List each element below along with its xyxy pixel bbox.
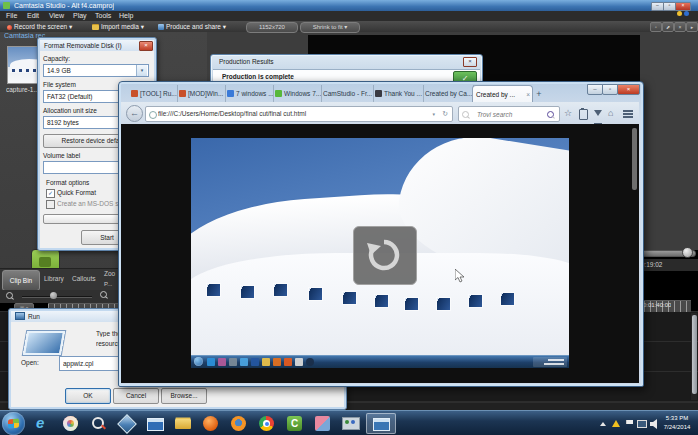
back-button[interactable]: ← bbox=[126, 105, 143, 122]
run-browse-button[interactable]: Browse... bbox=[161, 388, 207, 404]
firefox-tab-7[interactable]: Created by Ca... bbox=[422, 85, 474, 102]
building-window bbox=[437, 298, 450, 310]
bookmarks-icon[interactable] bbox=[579, 109, 588, 120]
preview-detach-button[interactable]: ▫ bbox=[650, 22, 662, 32]
zoom-out-icon[interactable] bbox=[6, 292, 13, 299]
content-scrollbar-thumb[interactable] bbox=[632, 128, 637, 190]
firefox-tab-6[interactable]: Thank You ... bbox=[372, 85, 424, 102]
firefox-maximize-button[interactable]: ▫ bbox=[602, 84, 618, 95]
camtasia-close-button[interactable]: × bbox=[675, 2, 691, 11]
recorded-taskbar-icon bbox=[218, 358, 226, 366]
search-go-icon[interactable] bbox=[547, 111, 554, 118]
import-media-button[interactable]: Import media ▾ bbox=[92, 22, 144, 31]
search-engine-icon[interactable] bbox=[462, 111, 469, 118]
preview-scale-button[interactable]: × bbox=[674, 22, 686, 32]
tray-action-center-flag-icon[interactable] bbox=[626, 420, 633, 424]
zoom-slider-track[interactable] bbox=[22, 296, 92, 298]
player-scrubber-handle[interactable] bbox=[682, 247, 693, 258]
taskbar-camtasia-icon[interactable]: C bbox=[282, 413, 308, 434]
record-screen-button[interactable]: Record the screen ▾ bbox=[7, 22, 72, 31]
run-title-icon bbox=[15, 312, 25, 320]
run-ok-button[interactable]: OK bbox=[65, 388, 111, 404]
taskbar-explorer-icon[interactable] bbox=[170, 413, 196, 434]
msdos-checkbox[interactable] bbox=[46, 200, 55, 209]
tab-callouts[interactable]: Callouts bbox=[72, 269, 95, 289]
preview-zoom-button[interactable]: Shrink to fit ▾ bbox=[300, 22, 360, 33]
chevron-down-icon[interactable]: ▾ bbox=[432, 107, 435, 121]
menu-tools[interactable]: Tools bbox=[95, 11, 111, 21]
menu-file[interactable]: File bbox=[6, 11, 17, 21]
url-bar[interactable]: file:///C:/Users/Home/Desktop/final cut/… bbox=[145, 106, 453, 122]
firefox-tab-2[interactable]: [MOD]Win... bbox=[176, 85, 226, 102]
reload-icon[interactable]: ↻ bbox=[442, 107, 448, 121]
taskbar-virtualbox-icon[interactable] bbox=[114, 413, 140, 434]
taskbar-magnifier-icon[interactable] bbox=[86, 413, 112, 434]
tab-close-icon[interactable]: × bbox=[526, 86, 530, 103]
tab-clip-bin[interactable]: Clip Bin bbox=[2, 270, 40, 291]
building-window bbox=[207, 284, 220, 296]
filesystem-label: File system bbox=[43, 81, 76, 88]
menu-edit[interactable]: Edit bbox=[27, 11, 39, 21]
preview-fullscreen-button[interactable]: ⬈ bbox=[662, 22, 674, 32]
page-icon bbox=[149, 111, 157, 119]
produce-share-button[interactable]: Produce and share ▾ bbox=[158, 22, 226, 31]
recorded-taskbar-icon bbox=[251, 358, 259, 366]
firefox-tab-3[interactable]: 7 windows ... bbox=[224, 85, 274, 102]
menu-hamburger-icon[interactable] bbox=[623, 110, 633, 112]
taskbar-camstudio-icon[interactable] bbox=[198, 413, 224, 434]
menu-view[interactable]: View bbox=[49, 11, 64, 21]
firefox-tab-8-active[interactable]: Created by ...× bbox=[472, 85, 533, 103]
start-button[interactable] bbox=[2, 412, 25, 435]
taskbar-remote-icon[interactable] bbox=[338, 413, 364, 434]
tab-library[interactable]: Library bbox=[44, 269, 64, 289]
menu-help[interactable]: Help bbox=[119, 11, 133, 21]
record-icon bbox=[7, 25, 12, 30]
windows-flag-icon bbox=[8, 418, 19, 428]
home-icon[interactable]: ⌂ bbox=[608, 107, 613, 119]
run-cancel-button[interactable]: Cancel bbox=[113, 388, 159, 404]
help-dot-blue-icon[interactable] bbox=[684, 11, 689, 16]
zoom-in-icon[interactable] bbox=[100, 291, 107, 298]
url-text: file:///C:/Users/Home/Desktop/final cut/… bbox=[158, 107, 426, 121]
camtasia-titlebar: Camtasia Studio - Alt f4.camproj – ▫ × bbox=[0, 0, 698, 11]
firefox-navbar: ← file:///C:/Users/Home/Desktop/final cu… bbox=[121, 102, 639, 125]
preview-options-button[interactable]: ▸ bbox=[686, 22, 698, 32]
taskbar-run-item[interactable] bbox=[366, 413, 396, 434]
taskbar-clock[interactable]: 5:33 PM 7/24/2014 bbox=[659, 414, 695, 432]
tray-network-icon[interactable] bbox=[637, 420, 647, 428]
firefox-tab-5[interactable]: CamStudio - Fr... bbox=[320, 85, 374, 102]
firefox-tab-4[interactable]: Windows 7... bbox=[272, 85, 322, 102]
zoom-slider-handle[interactable] bbox=[50, 292, 57, 299]
taskbar-paint-icon[interactable] bbox=[58, 413, 84, 434]
building-window bbox=[274, 284, 287, 296]
firefox-minimize-button[interactable]: – bbox=[587, 84, 603, 95]
timeline-vscrollbar-thumb[interactable] bbox=[692, 315, 697, 394]
search-input[interactable] bbox=[475, 107, 543, 121]
downloads-icon[interactable] bbox=[594, 110, 602, 116]
taskbar-media-app-icon[interactable] bbox=[310, 413, 336, 434]
format-dialog-title: Format Removable Disk (I) bbox=[40, 40, 154, 51]
search-box[interactable] bbox=[458, 106, 560, 122]
capacity-select[interactable]: 14.9 GB▾ bbox=[43, 64, 149, 77]
quick-format-checkbox[interactable]: ✓ bbox=[46, 189, 55, 198]
format-dialog-close-icon[interactable]: × bbox=[139, 41, 153, 51]
building-window bbox=[405, 298, 418, 310]
help-dot-yellow-icon[interactable] bbox=[677, 11, 682, 16]
preview-resolution-button[interactable]: 1152x720 bbox=[246, 22, 298, 33]
taskbar-ie-icon[interactable]: e bbox=[30, 413, 56, 434]
replay-button[interactable] bbox=[353, 226, 417, 285]
firefox-tab-1[interactable]: [TOOL] Ru... bbox=[128, 85, 178, 102]
firefox-content bbox=[121, 124, 639, 383]
video-player[interactable] bbox=[191, 138, 569, 368]
taskbar-firefox-icon[interactable] bbox=[226, 413, 252, 434]
menu-play[interactable]: Play bbox=[73, 11, 87, 21]
firefox-close-button[interactable]: × bbox=[617, 84, 640, 95]
production-close-icon[interactable]: × bbox=[463, 57, 477, 67]
taskbar-window-app-icon[interactable] bbox=[142, 413, 168, 434]
tray-hidden-icons-arrow[interactable] bbox=[600, 422, 606, 426]
tray-warning-icon[interactable] bbox=[612, 420, 620, 427]
bookmark-star-icon[interactable]: ☆ bbox=[564, 107, 572, 119]
taskbar-chrome-icon[interactable] bbox=[254, 413, 280, 434]
new-tab-button[interactable]: + bbox=[533, 88, 545, 100]
tab-zoom[interactable]: ZooP... bbox=[104, 269, 115, 289]
